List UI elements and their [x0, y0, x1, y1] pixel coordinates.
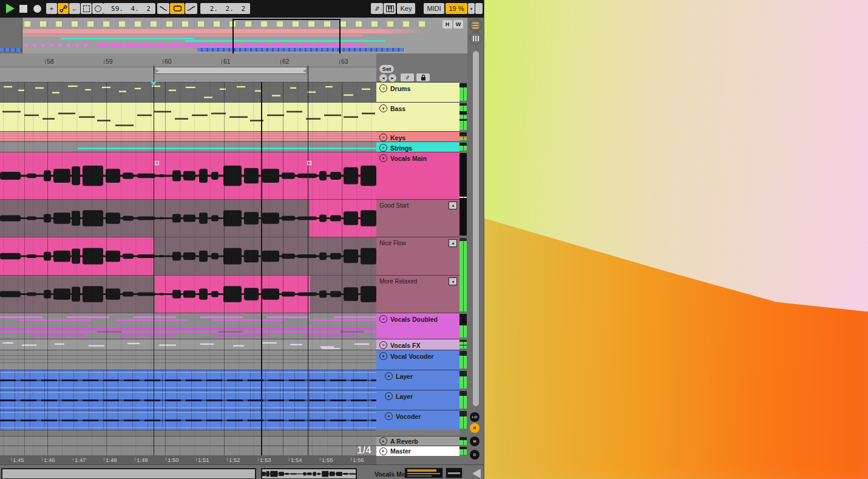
track-header-vocals-doubled[interactable]: ≡Vocals Doubled: [376, 313, 459, 339]
clip-lane-vocal-vocoder[interactable]: [0, 350, 376, 370]
punch-out-button[interactable]: [185, 3, 197, 14]
speaker-icon[interactable]: ◂: [449, 239, 457, 247]
clip-lane-master[interactable]: [0, 446, 376, 455]
take-lane-header-nice-flow[interactable]: Nice Flow ◂: [376, 237, 459, 275]
clip-lane-strings[interactable]: [0, 141, 376, 152]
clip-lane-bass[interactable]: [0, 102, 376, 131]
take-lane-more-relaxed[interactable]: [0, 275, 376, 313]
next-marker-button[interactable]: ▸: [388, 74, 396, 82]
fold-icon[interactable]: ≡: [379, 341, 387, 349]
beat-time-ruler[interactable]: 58 59 60 61 62 63 ▹ ◃: [0, 53, 376, 83]
track-header-keys[interactable]: ≡Keys: [376, 131, 459, 141]
take-lane-header-more-relaxed[interactable]: More Relaxed ◂: [376, 275, 459, 313]
add-locator-button[interactable]: +: [46, 3, 57, 14]
track-header-layer-2[interactable]: ▾Layer: [376, 390, 459, 410]
clip-lane-keys[interactable]: [0, 131, 376, 141]
track-header-vocals-main[interactable]: ▾Vocals Main: [376, 152, 459, 199]
draw-mode-button[interactable]: ✎: [371, 3, 383, 14]
clip-view-panel[interactable]: [1, 468, 256, 479]
clip-lane-vocals-fx[interactable]: [0, 339, 376, 350]
mixer-sections-icon[interactable]: [469, 32, 482, 45]
unfold-icon[interactable]: ▾: [379, 352, 387, 360]
back-to-arrangement-button[interactable]: ←: [69, 3, 80, 14]
lock-envelopes-button[interactable]: [416, 73, 430, 81]
stop-button[interactable]: [19, 5, 27, 13]
returns-toggle[interactable]: R: [470, 423, 480, 433]
loop-end-handle[interactable]: ◃: [303, 68, 306, 73]
fold-icon[interactable]: ≡: [379, 134, 387, 141]
unfold-icon[interactable]: ▾: [385, 392, 393, 400]
cpu-load-meter[interactable]: 19 %: [446, 3, 467, 14]
track-header-vocals-fx[interactable]: ≡Vocals FX: [376, 339, 459, 350]
key-map-button[interactable]: Key: [397, 3, 415, 14]
play-button[interactable]: [6, 4, 15, 13]
clip-lane-layer-1[interactable]: [0, 370, 376, 390]
clip-lane-a-reverb[interactable]: [0, 436, 376, 446]
overview-view-rectangle[interactable]: [232, 19, 341, 55]
speaker-icon[interactable]: ◂: [449, 277, 457, 285]
track-header-drums[interactable]: ≡Drums: [376, 82, 459, 102]
clip-fade-handle-left[interactable]: [155, 161, 159, 165]
track-header-strings[interactable]: ≡Strings: [376, 141, 459, 152]
clip-thumbnail-2[interactable]: [446, 467, 463, 478]
midi-map-button[interactable]: MIDI: [424, 3, 444, 14]
mixer-toggle[interactable]: M: [470, 437, 480, 446]
meter-strings: [459, 143, 467, 151]
unfold-icon[interactable]: ▾: [379, 104, 387, 112]
plus-icon: +: [50, 5, 53, 12]
overview-cyan-clip-1: [61, 38, 194, 39]
loop-region[interactable]: ▹ ◃: [155, 67, 307, 74]
clip-lane-drums[interactable]: [0, 82, 376, 102]
loop-length-display[interactable]: 2. 2. 2: [200, 3, 250, 14]
automation-mode-button[interactable]: [58, 3, 69, 14]
optimize-width-button[interactable]: W: [453, 20, 463, 29]
selection-box-button[interactable]: [81, 3, 92, 14]
computer-midi-keyboard-button[interactable]: [384, 3, 396, 14]
time-label: 1:56: [351, 457, 364, 463]
prev-marker-button[interactable]: ◂: [379, 74, 387, 82]
unfold-icon[interactable]: ▾: [385, 412, 393, 420]
hamburger-menu-icon[interactable]: [469, 19, 482, 32]
clip-lane-vocals-doubled[interactable]: [0, 313, 376, 339]
vertical-scrollbar[interactable]: [473, 51, 479, 406]
punch-in-button[interactable]: [157, 3, 169, 14]
take-lane-good-start[interactable]: [0, 199, 376, 237]
clip-overview-box[interactable]: [261, 468, 357, 479]
track-header-master[interactable]: ▸Master: [376, 446, 459, 456]
io-toggle[interactable]: I-O: [470, 412, 480, 422]
arrangement-position-display[interactable]: 59. 4. 2: [103, 3, 155, 14]
take-lane-nice-flow[interactable]: [0, 237, 376, 275]
meter-bass: [459, 103, 467, 130]
unfold-icon[interactable]: ▾: [385, 372, 393, 380]
fold-icon[interactable]: ≡: [379, 84, 387, 92]
loop-start-handle[interactable]: ▹: [156, 68, 159, 73]
cpu-dropdown-button[interactable]: ▾: [468, 3, 475, 14]
clip-lane-vocoder[interactable]: [0, 410, 376, 430]
take-lane-header-good-start[interactable]: Good Start ◂: [376, 199, 459, 237]
track-header-a-reverb[interactable]: ▸A Reverb: [376, 436, 459, 446]
hide-detail-view-arrow[interactable]: [472, 469, 481, 478]
track-header-bass[interactable]: ▾Bass: [376, 102, 459, 131]
clip-lane-vocals-main[interactable]: [0, 152, 376, 199]
optimize-height-button[interactable]: H: [442, 20, 452, 29]
fold-icon[interactable]: ≡: [379, 315, 387, 323]
set-button[interactable]: Set: [379, 65, 394, 73]
record-button[interactable]: [33, 5, 41, 13]
arrangement-overview[interactable]: H W: [0, 18, 467, 54]
clip-lane-layer-2[interactable]: [0, 390, 376, 410]
play-icon[interactable]: ▸: [379, 447, 387, 455]
track-header-vocoder[interactable]: ▾Vocoder: [376, 410, 459, 430]
speaker-icon[interactable]: ◂: [449, 202, 457, 209]
clip-thumbnail-1[interactable]: [404, 467, 443, 478]
loop-button[interactable]: [170, 3, 185, 14]
play-icon[interactable]: ▸: [379, 437, 387, 445]
draw-automation-button[interactable]: ✎: [401, 73, 414, 81]
follow-button[interactable]: [92, 3, 103, 14]
fold-icon[interactable]: ≡: [379, 144, 387, 152]
unfold-icon[interactable]: ▾: [379, 154, 387, 162]
clip-fade-handle-right[interactable]: [307, 161, 311, 165]
track-header-vocal-vocoder[interactable]: ▾Vocal Vocoder: [376, 350, 459, 370]
track-header-layer-1[interactable]: ▾Layer: [376, 370, 459, 390]
meter-vocals-doubled: [459, 314, 467, 338]
delays-toggle[interactable]: D: [470, 450, 480, 460]
